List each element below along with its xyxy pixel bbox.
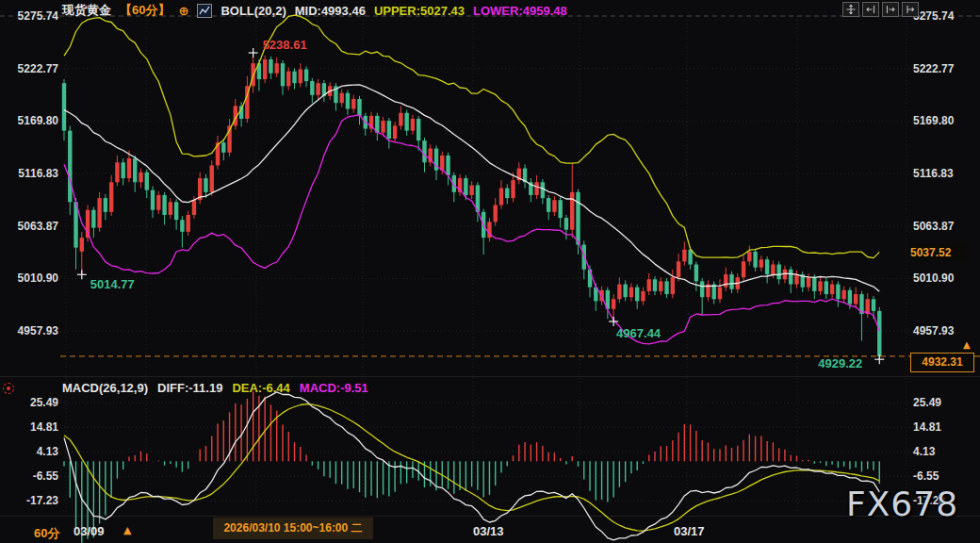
pan-icon[interactable] xyxy=(842,2,859,17)
chart-toolbar xyxy=(842,2,919,17)
low-price-annotation-0316: 4967.44 xyxy=(616,326,661,340)
session-low-annotation: 4929.22 xyxy=(818,356,862,370)
price-tick-label: 5116.83 xyxy=(913,167,954,180)
boll-mid-value: MID:4993.46 xyxy=(295,4,366,18)
price-tick-label: 5116.83 xyxy=(2,167,58,180)
trading-chart-app: 现货黄金 【60分】 ⊕ BOLL(20,2) MID:4993.46 UPPE… xyxy=(0,0,980,543)
price-tick-label: 4957.93 xyxy=(913,324,954,337)
price-tick-label: 5222.77 xyxy=(2,62,58,75)
price-tick-label: 4957.93 xyxy=(2,324,58,337)
price-tick-label: 5222.77 xyxy=(913,62,954,75)
interval-label: 【60分】 xyxy=(120,2,170,19)
low-price-annotation-0309: 5014.77 xyxy=(90,277,135,291)
macd-value: MACD:-9.51 xyxy=(300,381,368,395)
macd-tick-label: 25.49 xyxy=(913,396,941,409)
macd-tick-label: 4.13 xyxy=(913,445,935,458)
price-tick-label: 5169.80 xyxy=(913,114,954,127)
price-alert-flag-icon: ▲ xyxy=(963,340,971,350)
boll-lower-value: LOWER:4959.48 xyxy=(473,4,567,18)
macd-tick-label: -6.55 xyxy=(2,469,58,483)
price-tick-label: 5010.90 xyxy=(2,272,58,285)
macd-tick-label: -6.55 xyxy=(913,469,939,483)
upper-band-value-badge: 5037.52 xyxy=(910,244,967,260)
price-tick-label: 5275.74 xyxy=(2,9,58,23)
macd-tick-label: 14.81 xyxy=(2,420,58,434)
price-tick-label: 5275.74 xyxy=(913,9,954,23)
price-tick-label: 5063.87 xyxy=(913,220,954,233)
macd-diff-value: DIFF:-11.19 xyxy=(157,381,222,395)
time-axis: 60分 ▲ 03/09 2026/03/10 15:00~16:00 二 03/… xyxy=(0,517,980,543)
time-label-0317: 03/17 xyxy=(674,524,705,538)
macd-tick-label: 14.81 xyxy=(913,420,941,434)
macd-params-label: MACD(26,12,9) xyxy=(62,381,148,395)
boll-params-label: BOLL(20,2) xyxy=(220,4,286,18)
macd-tick-label: 25.49 xyxy=(2,396,58,409)
chart-thumbnail-icon[interactable] xyxy=(197,4,212,18)
target-icon[interactable]: ⊕ xyxy=(178,4,188,18)
high-price-annotation: 5238.61 xyxy=(263,38,307,52)
time-label-0313: 03/13 xyxy=(473,524,504,538)
macd-dea-value: DEA:-6.44 xyxy=(232,381,289,395)
fx678-watermark: FX678 xyxy=(846,485,958,523)
axis-scale-right-icon[interactable] xyxy=(882,2,899,17)
period-up-triangle-icon[interactable]: ▲ xyxy=(123,524,131,536)
indicator-record-icon[interactable] xyxy=(3,383,14,394)
price-tick-label: 5169.80 xyxy=(2,114,58,127)
chart-header: 现货黄金 【60分】 ⊕ BOLL(20,2) MID:4993.46 UPPE… xyxy=(62,2,567,19)
price-tick-label: 5063.87 xyxy=(2,220,58,233)
axis-scale-left-icon[interactable] xyxy=(862,2,879,17)
shift-right-icon[interactable] xyxy=(902,2,919,17)
price-tick-label: 5010.90 xyxy=(913,272,954,285)
boll-upper-value: UPPER:5027.43 xyxy=(374,4,465,18)
last-price-badge: 4932.31 xyxy=(910,353,974,372)
time-label-0309: 03/09 xyxy=(74,524,105,538)
hovered-bar-time-tooltip: 2026/03/10 15:00~16:00 二 xyxy=(213,518,373,539)
period-selector[interactable]: 60分 xyxy=(34,525,59,542)
symbol-name: 现货黄金 xyxy=(62,2,111,19)
price-chart-canvas[interactable] xyxy=(0,0,980,543)
macd-tick-label: -17.23 xyxy=(2,494,58,507)
macd-header: MACD(26,12,9) DIFF:-11.19 DEA:-6.44 MACD… xyxy=(62,381,368,395)
macd-tick-label: 4.13 xyxy=(2,445,58,458)
